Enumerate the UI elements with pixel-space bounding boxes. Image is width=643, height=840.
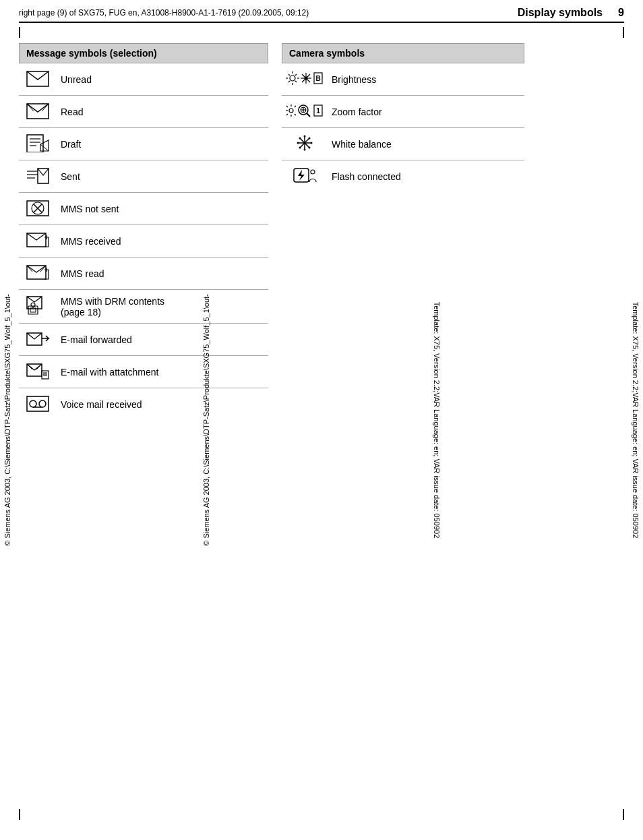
- symbol-cell: [19, 160, 57, 193]
- svg-line-45: [295, 81, 297, 82]
- label-cell: Voice mail received: [57, 388, 268, 421]
- page-number: 9: [611, 7, 624, 19]
- svg-point-80: [299, 138, 301, 140]
- email-forwarded-icon: [26, 329, 50, 348]
- label-cell: Brightness: [328, 63, 524, 96]
- symbol-cell: [19, 193, 57, 225]
- mms-received-icon: [26, 231, 50, 249]
- white-balance-icon: [293, 133, 317, 152]
- sidebar-right-text: Template: X75, Version 2.2;VAR Language:…: [632, 302, 640, 539]
- corner-mark-bottom-left: [19, 809, 20, 820]
- camera-section-header: Camera symbols: [282, 43, 524, 63]
- svg-line-67: [307, 113, 310, 117]
- message-symbols-section: Message symbols (selection) Unread: [19, 43, 268, 420]
- symbol-cell: B: [282, 63, 328, 96]
- svg-rect-37: [27, 396, 49, 411]
- svg-point-82: [309, 138, 311, 140]
- zoom-icon: 1: [286, 101, 324, 120]
- svg-point-77: [304, 149, 306, 151]
- label-cell: MMS with DRM contents(page 18): [57, 290, 268, 324]
- sidebar-left-rotated: © Siemens AG 2003, C:\Siemens\DTP-Satz\P…: [202, 218, 210, 622]
- message-symbol-table: Unread Read: [19, 63, 268, 420]
- label-cell: MMS not sent: [57, 193, 268, 225]
- table-row: Sent: [19, 160, 268, 193]
- table-row: MMS read: [19, 258, 268, 290]
- svg-marker-85: [298, 170, 305, 181]
- symbol-cell: [19, 96, 57, 128]
- svg-point-38: [30, 400, 36, 407]
- svg-line-9: [40, 144, 49, 151]
- svg-line-63: [295, 106, 296, 107]
- table-row: E-mail forwarded: [19, 324, 268, 356]
- svg-point-86: [311, 170, 315, 174]
- svg-point-57: [289, 109, 293, 113]
- svg-point-81: [309, 147, 311, 149]
- svg-line-46: [288, 81, 290, 82]
- svg-line-47: [295, 74, 297, 76]
- table-row: MMS with DRM contents(page 18): [19, 290, 268, 324]
- header-left-text: right page (9) of SXG75, FUG en, A31008-…: [19, 7, 309, 18]
- corner-mark-bottom-right: [623, 809, 624, 820]
- svg-line-61: [295, 114, 296, 115]
- header-bar: right page (9) of SXG75, FUG en, A31008-…: [19, 7, 624, 23]
- mms-read-icon: [26, 263, 50, 282]
- svg-rect-33: [42, 371, 49, 379]
- corner-mark-top-right: [623, 27, 624, 38]
- symbol-cell: [282, 160, 328, 193]
- email-attachment-icon: [26, 361, 50, 380]
- table-row: MMS not sent: [19, 193, 268, 225]
- svg-text:1: 1: [316, 107, 320, 115]
- label-cell: Zoom factor: [328, 96, 524, 128]
- label-cell: Flash connected: [328, 160, 524, 193]
- voicemail-icon: [26, 394, 50, 413]
- table-row: Draft: [19, 128, 268, 160]
- camera-symbol-table: B Brightness: [282, 63, 524, 192]
- symbol-cell: [19, 356, 57, 388]
- label-cell: E-mail with attatchment: [57, 356, 268, 388]
- svg-line-60: [286, 106, 288, 107]
- label-cell: Read: [57, 96, 268, 128]
- symbol-cell: [19, 324, 57, 356]
- symbol-cell: [19, 128, 57, 160]
- camera-symbols-section: Camera symbols: [282, 43, 524, 420]
- mms-not-sent-icon: [26, 198, 50, 217]
- sent-icon: [26, 166, 50, 185]
- mms-drm-icon: [26, 295, 50, 316]
- unread-icon: [26, 69, 50, 88]
- svg-line-62: [286, 114, 288, 115]
- tables-area: Message symbols (selection) Unread: [19, 43, 624, 420]
- label-cell: MMS received: [57, 225, 268, 258]
- label-cell: Sent: [57, 160, 268, 193]
- label-cell: Draft: [57, 128, 268, 160]
- sidebar-right: Template: X75, Version 2.2;VAR Language:…: [628, 0, 643, 840]
- message-section-header: Message symbols (selection): [19, 43, 268, 63]
- header-right: Display symbols 9: [518, 7, 624, 19]
- table-row: MMS received: [19, 225, 268, 258]
- flash-icon: [293, 166, 317, 185]
- symbol-cell: 1: [282, 96, 328, 128]
- sidebar-left: © Siemens AG 2003, C:\Siemens\DTP-Satz\P…: [0, 0, 15, 840]
- symbol-cell: [19, 225, 57, 258]
- svg-point-83: [299, 147, 301, 149]
- symbol-cell: [19, 63, 57, 96]
- svg-point-41: [290, 76, 295, 81]
- draft-icon: [26, 133, 50, 152]
- sidebar-right-rotated: Template: X75, Version 2.2;VAR Language:…: [433, 218, 441, 622]
- label-cell: E-mail forwarded: [57, 324, 268, 356]
- table-row: E-mail with attatchment: [19, 356, 268, 388]
- table-row: White balance: [282, 128, 524, 160]
- table-row: 1 Zoom factor: [282, 96, 524, 128]
- svg-line-44: [288, 74, 290, 76]
- brightness-icon: B: [286, 69, 324, 88]
- main-content: right page (9) of SXG75, FUG en, A31008-…: [19, 0, 624, 420]
- table-row: Unread: [19, 63, 268, 96]
- svg-point-78: [297, 142, 299, 144]
- svg-line-31: [27, 364, 32, 369]
- symbol-cell: [19, 388, 57, 421]
- svg-point-39: [39, 400, 46, 407]
- table-row: B Brightness: [282, 63, 524, 96]
- svg-line-32: [36, 364, 42, 369]
- page-title: Display symbols: [518, 7, 603, 19]
- read-icon: [26, 101, 50, 120]
- corner-mark-top-left: [19, 27, 20, 38]
